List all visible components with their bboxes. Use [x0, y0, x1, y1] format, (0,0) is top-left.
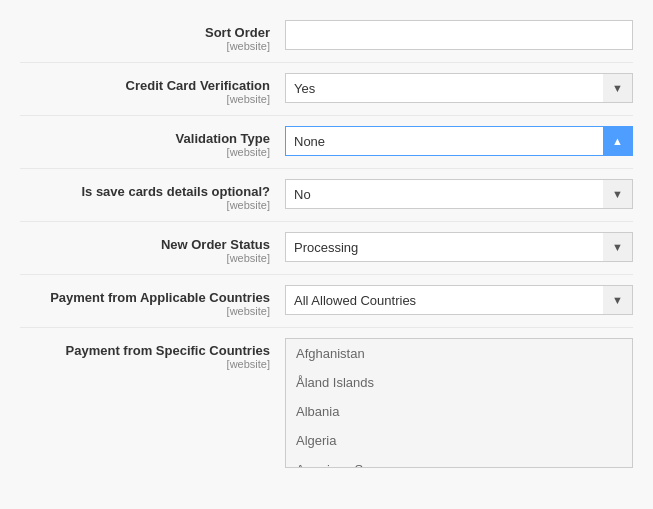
- credit-card-verification-row: Credit Card Verification [website] Yes N…: [20, 63, 633, 116]
- applicable-countries-select-wrapper: All Allowed Countries Specific Countries…: [285, 285, 633, 315]
- save-cards-row: Is save cards details optional? [website…: [20, 169, 633, 222]
- applicable-countries-row: Payment from Applicable Countries [websi…: [20, 275, 633, 328]
- sort-order-label: Sort Order: [20, 25, 270, 40]
- credit-card-sublabel: [website]: [20, 93, 270, 105]
- new-order-status-sublabel: [website]: [20, 252, 270, 264]
- save-cards-select[interactable]: No Yes: [285, 179, 633, 209]
- credit-card-select-wrapper: Yes No ▼: [285, 73, 633, 103]
- sort-order-label-col: Sort Order [website]: [20, 20, 285, 52]
- list-item[interactable]: American Samoa: [286, 455, 632, 468]
- validation-type-select[interactable]: None Basic Advanced: [285, 126, 633, 156]
- credit-card-label: Credit Card Verification: [20, 78, 270, 93]
- applicable-countries-sublabel: [website]: [20, 305, 270, 317]
- list-item[interactable]: Algeria: [286, 426, 632, 455]
- sort-order-row: Sort Order [website]: [20, 10, 633, 63]
- new-order-status-input-col: Processing Pending Complete ▼: [285, 232, 633, 262]
- save-cards-label-col: Is save cards details optional? [website…: [20, 179, 285, 211]
- applicable-countries-input-col: All Allowed Countries Specific Countries…: [285, 285, 633, 315]
- validation-type-label: Validation Type: [20, 131, 270, 146]
- list-item[interactable]: Åland Islands: [286, 368, 632, 397]
- save-cards-input-col: No Yes ▼: [285, 179, 633, 209]
- specific-countries-label-col: Payment from Specific Countries [website…: [20, 338, 285, 370]
- specific-countries-row: Payment from Specific Countries [website…: [20, 328, 633, 478]
- validation-type-select-wrapper: None Basic Advanced ▲: [285, 126, 633, 156]
- save-cards-label: Is save cards details optional?: [20, 184, 270, 199]
- new-order-status-label-col: New Order Status [website]: [20, 232, 285, 264]
- specific-countries-sublabel: [website]: [20, 358, 270, 370]
- specific-countries-label: Payment from Specific Countries: [20, 343, 270, 358]
- save-cards-sublabel: [website]: [20, 199, 270, 211]
- validation-type-row: Validation Type [website] None Basic Adv…: [20, 116, 633, 169]
- new-order-status-select-wrapper: Processing Pending Complete ▼: [285, 232, 633, 262]
- new-order-status-row: New Order Status [website] Processing Pe…: [20, 222, 633, 275]
- credit-card-select[interactable]: Yes No: [285, 73, 633, 103]
- sort-order-sublabel: [website]: [20, 40, 270, 52]
- specific-countries-input-col: Afghanistan Åland Islands Albania Algeri…: [285, 338, 633, 468]
- validation-type-label-col: Validation Type [website]: [20, 126, 285, 158]
- applicable-countries-label-col: Payment from Applicable Countries [websi…: [20, 285, 285, 317]
- save-cards-select-wrapper: No Yes ▼: [285, 179, 633, 209]
- sort-order-input-col: [285, 20, 633, 50]
- new-order-status-label: New Order Status: [20, 237, 270, 252]
- validation-type-sublabel: [website]: [20, 146, 270, 158]
- applicable-countries-select[interactable]: All Allowed Countries Specific Countries: [285, 285, 633, 315]
- credit-card-label-col: Credit Card Verification [website]: [20, 73, 285, 105]
- validation-type-input-col: None Basic Advanced ▲: [285, 126, 633, 156]
- specific-countries-list[interactable]: Afghanistan Åland Islands Albania Algeri…: [285, 338, 633, 468]
- sort-order-input[interactable]: [285, 20, 633, 50]
- applicable-countries-label: Payment from Applicable Countries: [20, 290, 270, 305]
- credit-card-input-col: Yes No ▼: [285, 73, 633, 103]
- list-item[interactable]: Afghanistan: [286, 339, 632, 368]
- new-order-status-select[interactable]: Processing Pending Complete: [285, 232, 633, 262]
- list-item[interactable]: Albania: [286, 397, 632, 426]
